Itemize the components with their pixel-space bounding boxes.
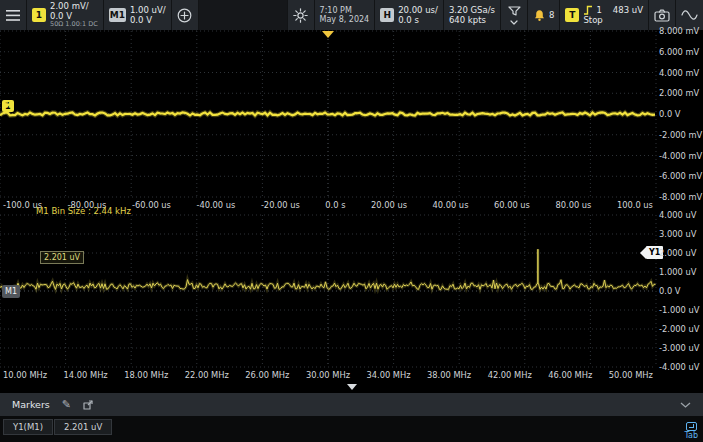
- tab-indicator[interactable]: Tab: [684, 422, 698, 441]
- collapse-panel-button[interactable]: [680, 402, 691, 408]
- sample-rate: 3.20 GSa/s: [449, 5, 495, 15]
- marker-value-box: 2.201 uV: [40, 251, 84, 264]
- waveform-icon: [681, 9, 698, 21]
- filter-icon: [508, 6, 521, 16]
- axis-label: 38.00 MHz: [427, 370, 471, 380]
- menu-icon: [6, 10, 20, 21]
- axis-label: 4.000 uV: [659, 210, 696, 220]
- chevron-down-icon: [510, 20, 518, 25]
- tab-icon: [686, 422, 697, 431]
- acquisition-info-button[interactable]: 3.20 GSa/s 640 kpts: [444, 0, 500, 30]
- axis-label: 20.00 us: [371, 200, 407, 210]
- trigger-source: 1: [596, 5, 601, 15]
- axis-label: -1.000 uV: [659, 305, 699, 315]
- axis-label: 2.000 uV: [659, 248, 696, 258]
- panel-expand-handle[interactable]: [347, 384, 357, 390]
- m1-scale: 1.00 uV/: [130, 5, 166, 15]
- math1-settings-button[interactable]: M1 1.00 uV/ 0.0 V: [104, 0, 171, 30]
- camera-icon: [654, 9, 670, 22]
- add-waveform-button[interactable]: [172, 0, 198, 30]
- marker-value-cell[interactable]: 2.201 uV: [54, 419, 112, 435]
- horizontal-badge[interactable]: H: [380, 8, 394, 22]
- trigger-edge-icon: [583, 5, 593, 15]
- ch1-scale: 2.00 mV/: [50, 1, 98, 11]
- axis-label: 46.00 MHz: [548, 370, 592, 380]
- tab-label: Tab: [684, 432, 698, 441]
- axis-label: 3.000 uV: [659, 229, 696, 239]
- trigger-status: Stop: [583, 15, 643, 25]
- bell-icon: [533, 9, 546, 22]
- axis-label: 18.00 MHz: [124, 370, 168, 380]
- horizontal-delay: 0.0 s: [398, 15, 438, 25]
- axis-label: 42.00 MHz: [488, 370, 532, 380]
- m1-waveform-canvas: [0, 215, 656, 367]
- add-icon: [177, 8, 192, 23]
- fft-amplitude-axis: 4.000 uV3.000 uV2.000 uV1.000 uV0.0 V-1.…: [659, 215, 703, 367]
- ch1-waveform-canvas: [0, 31, 656, 197]
- m1-reference-marker[interactable]: M1: [2, 285, 20, 298]
- ch1-ground-marker[interactable]: 1: [2, 100, 14, 112]
- axis-label: 10.00 MHz: [3, 370, 47, 380]
- marker-name-cell[interactable]: Y1(M1): [3, 419, 53, 435]
- axis-label: -6.000 mV: [659, 171, 702, 181]
- oscilloscope-screen: 1 2.00 mV/ 0.0 V 50Ω 1.00:1 DC M1 1.00 u…: [0, 0, 703, 442]
- marker-results-row: Y1(M1) 2.201 uV Tab: [0, 416, 703, 442]
- brightness-icon: [293, 8, 308, 23]
- axis-label: 2.000 mV: [659, 88, 699, 98]
- horizontal-scale: 20.00 us/: [398, 5, 438, 15]
- axis-label: 0.0 V: [659, 286, 681, 296]
- axis-label: 100.0 us: [617, 200, 653, 210]
- axis-label: 50.00 MHz: [609, 370, 653, 380]
- chevron-down-icon: [680, 402, 691, 408]
- undock-panel-button[interactable]: [83, 400, 93, 410]
- results-menu-button[interactable]: [501, 0, 527, 30]
- trigger-settings-button[interactable]: T 1 483 uV Stop: [560, 0, 648, 30]
- axis-label: -8.000 mV: [659, 192, 702, 202]
- frequency-axis: 10.00 MHz14.00 MHz18.00 MHz22.00 MHz26.0…: [0, 370, 656, 380]
- channel1-badge[interactable]: 1: [32, 8, 46, 22]
- axis-label: -60.00 us: [132, 200, 171, 210]
- top-toolbar: 1 2.00 mV/ 0.0 V 50Ω 1.00:1 DC M1 1.00 u…: [0, 0, 703, 30]
- axis-label: -3.000 uV: [659, 343, 699, 353]
- ch1-probe-info: 50Ω 1.00:1 DC: [50, 21, 98, 29]
- axis-label: 4.000 mV: [659, 68, 699, 78]
- notifications-button[interactable]: 8: [528, 0, 559, 30]
- axis-label: 26.00 MHz: [245, 370, 289, 380]
- horizontal-settings-button[interactable]: H 20.00 us/ 0.0 s: [375, 0, 443, 30]
- trigger-badge[interactable]: T: [565, 8, 579, 22]
- axis-label: 0.0 V: [659, 109, 681, 119]
- time-domain-plot[interactable]: 1: [0, 31, 656, 197]
- markers-panel-header: Markers ✎: [0, 393, 703, 416]
- trigger-level: 483 uV: [613, 5, 643, 15]
- axis-label: 30.00 MHz: [306, 370, 350, 380]
- menu-button[interactable]: [0, 0, 26, 30]
- memory-depth: 640 kpts: [449, 15, 495, 25]
- external-link-icon: [83, 400, 93, 410]
- axis-label: -2.000 uV: [659, 324, 699, 334]
- fft-plot[interactable]: M1 2.201 uV Y1: [0, 215, 656, 367]
- axis-label: -4.000 mV: [659, 151, 702, 161]
- axis-label: -40.00 us: [196, 200, 235, 210]
- axis-label: 8.000 mV: [659, 26, 699, 36]
- channel1-settings-button[interactable]: 1 2.00 mV/ 0.0 V 50Ω 1.00:1 DC: [27, 0, 103, 30]
- m1-offset: 0.0 V: [130, 15, 166, 25]
- axis-label: 22.00 MHz: [185, 370, 229, 380]
- edit-markers-button[interactable]: ✎: [62, 398, 71, 411]
- trigger-position-marker[interactable]: [322, 31, 334, 38]
- axis-label: 40.00 us: [432, 200, 468, 210]
- axis-label: 80.00 us: [555, 200, 591, 210]
- axis-label: 14.00 MHz: [64, 370, 108, 380]
- axis-label: 34.00 MHz: [366, 370, 410, 380]
- axis-label: 1.000 uV: [659, 267, 696, 277]
- axis-label: 0.0 s: [325, 200, 345, 210]
- display-settings-button[interactable]: [288, 0, 314, 30]
- trigger-level-icon: [2, 100, 12, 108]
- axis-label: -4.000 uV: [659, 362, 699, 372]
- clock-date: May 8, 2024: [320, 15, 370, 24]
- axis-label: -20.00 us: [261, 200, 300, 210]
- toolbar-spacer: [199, 0, 287, 30]
- clock-display[interactable]: 7:10 PM May 8, 2024: [315, 0, 375, 30]
- m1-badge[interactable]: M1: [109, 8, 126, 22]
- clock-time: 7:10 PM: [320, 6, 370, 15]
- axis-label: -2.000 mV: [659, 130, 702, 140]
